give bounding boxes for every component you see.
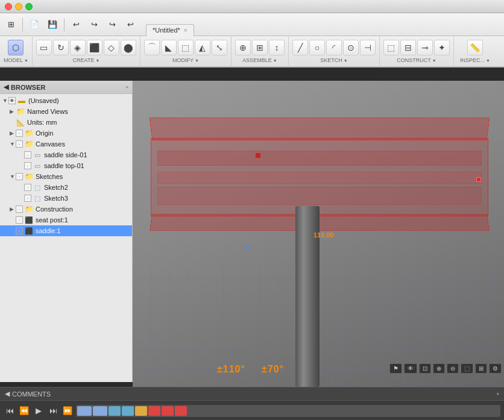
- fillet-icon[interactable]: ⌒: [144, 40, 160, 55]
- visibility-icon[interactable]: ·: [16, 205, 23, 213]
- save-icon[interactable]: 💾: [44, 16, 61, 33]
- maximize-window-button[interactable]: [25, 3, 33, 10]
- revolve-icon[interactable]: ↻: [53, 40, 69, 55]
- untitled-tab[interactable]: *Untitled* ×: [146, 24, 194, 36]
- browser-expand-icon[interactable]: ◀: [4, 83, 8, 91]
- visibility-icon[interactable]: ·: [24, 195, 31, 202]
- undo-arrow-icon[interactable]: ↪: [86, 16, 102, 33]
- viewport-display-icon[interactable]: ⬚: [461, 363, 473, 374]
- tree-item-units[interactable]: 📐 Units: mm: [0, 117, 132, 128]
- timeline-prev-button[interactable]: ⏮: [4, 405, 16, 417]
- tree-item-saddle-side[interactable]: · ▭ saddle side-01: [0, 149, 132, 160]
- timeline-item-canvas2[interactable]: [93, 406, 107, 416]
- loft-icon[interactable]: ◇: [104, 40, 119, 55]
- sketch-circle-icon[interactable]: ○: [309, 40, 325, 55]
- control-point[interactable]: [476, 177, 481, 182]
- viewport[interactable]: 110.00 ← ±110° ±70° ⚑ 👁 ⊡ ⊕ ⊖ ⬚ ⊞ ⚙: [133, 81, 504, 387]
- shell-icon[interactable]: ⬚: [178, 40, 194, 55]
- draft-icon[interactable]: ◭: [195, 40, 210, 55]
- midplane-icon[interactable]: ⊟: [400, 40, 416, 55]
- visibility-icon[interactable]: ·: [16, 216, 23, 224]
- model-dropdown-arrow[interactable]: ▼: [24, 58, 28, 63]
- visibility-icon[interactable]: ·: [24, 151, 31, 158]
- timeline-item-body1[interactable]: [148, 406, 160, 416]
- timeline-item-sketch1[interactable]: [109, 406, 121, 416]
- construct-dropdown-arrow[interactable]: ▼: [432, 58, 436, 63]
- modify-dropdown-arrow[interactable]: ▼: [195, 58, 199, 63]
- viewport-zoom-fit-icon[interactable]: ⊡: [419, 363, 431, 374]
- timeline-track[interactable]: [76, 405, 500, 417]
- redo-arrow-icon[interactable]: ↩: [122, 16, 139, 33]
- timeline-item-body2[interactable]: [162, 406, 174, 416]
- visibility-icon[interactable]: 👁: [8, 97, 16, 104]
- timeline-item-canvas1[interactable]: [77, 406, 92, 416]
- expand-icon[interactable]: ▶: [10, 108, 16, 114]
- sketch-arc-icon[interactable]: ◜: [326, 40, 342, 55]
- form-icon[interactable]: ◈: [70, 40, 86, 55]
- measure-icon[interactable]: 📏: [467, 40, 483, 55]
- redo-icon[interactable]: ↪: [104, 16, 121, 33]
- sketch-offset-icon[interactable]: ⊙: [343, 40, 359, 55]
- tree-item-saddle-top[interactable]: · ▭ saddle top-01: [0, 160, 132, 171]
- create-dropdown-arrow[interactable]: ▼: [95, 58, 99, 63]
- rigid-icon[interactable]: ⊞: [252, 40, 268, 55]
- expand-icon[interactable]: ▼: [10, 174, 16, 180]
- tree-item-construction[interactable]: ▶ · 📁 Construction: [0, 204, 132, 215]
- timeline-play-button[interactable]: ⏪: [18, 405, 30, 417]
- chamfer-icon[interactable]: ◣: [161, 40, 177, 55]
- timeline-next-button[interactable]: ⏭: [47, 405, 59, 417]
- sketch-dropdown-arrow[interactable]: ▼: [344, 58, 348, 63]
- timeline-item-sketch2[interactable]: [122, 406, 134, 416]
- axis-icon[interactable]: ⊸: [417, 40, 433, 55]
- offset-plane-icon[interactable]: ⬚: [383, 40, 399, 55]
- expand-icon[interactable]: ▼: [2, 98, 8, 104]
- inspect-dropdown-arrow[interactable]: ▼: [486, 58, 490, 63]
- sketch-line-icon[interactable]: ╱: [292, 40, 308, 55]
- file-icon[interactable]: 📄: [26, 16, 43, 33]
- timeline-end-button[interactable]: ⏩: [61, 405, 74, 417]
- close-window-button[interactable]: [5, 3, 12, 10]
- tree-item-origin[interactable]: ▶ · 📁 Origin: [0, 128, 132, 139]
- viewport-zoom-in-icon[interactable]: ⊕: [433, 363, 445, 374]
- visibility-icon[interactable]: ·: [24, 162, 31, 169]
- control-point[interactable]: [256, 153, 260, 158]
- joint-icon[interactable]: ⊕: [235, 40, 251, 55]
- model-icon[interactable]: ⬡: [8, 40, 24, 55]
- visibility-icon[interactable]: ·: [24, 184, 31, 191]
- tree-item-sketch2[interactable]: · ⬚ Sketch2: [0, 182, 132, 193]
- extrude-icon[interactable]: ▭: [36, 40, 52, 55]
- sketch-constraint-icon[interactable]: ⊣: [360, 40, 376, 55]
- viewport-camera-icon[interactable]: 👁: [404, 363, 417, 374]
- timeline-item-construction[interactable]: [135, 406, 147, 416]
- tree-item-sketch3[interactable]: · ⬚ Sketch3: [0, 193, 132, 204]
- scale-icon[interactable]: ⤡: [212, 40, 227, 55]
- tree-item-seat-post[interactable]: · ⬛ seat post:1: [0, 215, 132, 225]
- pattern-icon[interactable]: ⬛: [87, 40, 102, 55]
- visibility-icon[interactable]: ·: [16, 227, 23, 234]
- viewport-nav-icon[interactable]: ⚑: [389, 363, 402, 374]
- viewport-grid-icon[interactable]: ⊞: [475, 363, 487, 374]
- tree-item-unsaved[interactable]: ▼ 👁 ▬ (Unsaved): [0, 95, 132, 106]
- point-icon[interactable]: ✦: [434, 40, 450, 55]
- visibility-icon[interactable]: ·: [16, 130, 23, 137]
- visibility-icon[interactable]: ·: [16, 173, 23, 180]
- timeline-item-body3[interactable]: [175, 406, 187, 416]
- tree-item-named-views[interactable]: ▶ 📁 Named Views: [0, 106, 132, 117]
- assemble-dropdown-arrow[interactable]: ▼: [273, 58, 277, 63]
- viewport-zoom-out-icon[interactable]: ⊖: [447, 363, 459, 374]
- grid-icon[interactable]: ⊞: [2, 16, 19, 33]
- viewport-settings-icon[interactable]: ⚙: [489, 363, 502, 374]
- expand-icon[interactable]: ▶: [10, 130, 16, 136]
- expand-icon[interactable]: ▼: [10, 141, 16, 147]
- minimize-window-button[interactable]: [15, 3, 22, 10]
- undo-icon[interactable]: ↩: [68, 16, 84, 33]
- motion-icon[interactable]: ↕: [269, 40, 285, 55]
- visibility-icon[interactable]: ·: [16, 140, 23, 148]
- tree-item-sketches[interactable]: ▼ · 📁 Sketches: [0, 171, 132, 182]
- tab-close-button[interactable]: ×: [184, 27, 187, 34]
- comments-expand-icon[interactable]: ◀: [5, 390, 10, 398]
- more-create-icon[interactable]: ⬤: [121, 40, 136, 55]
- tree-item-saddle[interactable]: · ⬛ saddle:1: [0, 225, 132, 236]
- timeline-play-forward-button[interactable]: ▶: [33, 405, 45, 417]
- tree-item-canvases[interactable]: ▼ · 📁 Canvases: [0, 139, 132, 149]
